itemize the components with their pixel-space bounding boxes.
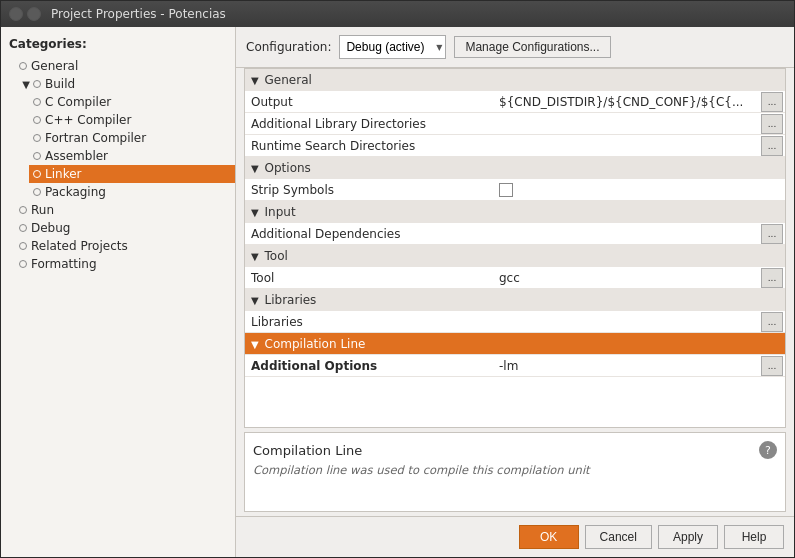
sidebar-item-label: Build [45,77,75,91]
config-select[interactable]: Debug (active) Release [339,35,446,59]
categories-label: Categories: [1,35,235,57]
config-bar: Configuration: Debug (active) Release Ma… [236,27,794,68]
prop-libraries-button[interactable]: ... [761,312,783,332]
prop-add-options-button[interactable]: ... [761,356,783,376]
table-row[interactable]: Tool gcc ... [245,267,785,289]
prop-runtime-dirs-name: Runtime Search Directories [245,137,495,155]
sidebar: Categories: General ▼ Build C Compiler C… [1,27,236,557]
prop-output-value: ${CND_DISTDIR}/${CND_CONF}/${C{... [495,93,761,111]
triangle-icon: ▼ [251,75,259,86]
table-row[interactable]: Additional Options -lm ... [245,355,785,377]
help-button[interactable]: Help [724,525,784,549]
sidebar-item-related-projects[interactable]: Related Projects [15,237,235,255]
sidebar-item-label: Fortran Compiler [45,131,146,145]
titlebar-buttons [9,7,41,21]
table-row[interactable]: Additional Library Directories ... [245,113,785,135]
sidebar-item-run[interactable]: Run [15,201,235,219]
prop-runtime-dirs-button[interactable]: ... [761,136,783,156]
prop-libraries-name: Libraries [245,313,495,331]
sidebar-item-packaging[interactable]: Packaging [29,183,235,201]
leaf-icon [19,206,27,214]
triangle-icon: ▼ [251,339,259,350]
prop-strip-symbols-name: Strip Symbols [245,181,495,199]
section-general[interactable]: ▼ General [245,69,785,91]
main-content: Categories: General ▼ Build C Compiler C… [1,27,794,557]
triangle-icon: ▼ [251,251,259,262]
expand-arrow-icon: ▼ [19,79,33,90]
prop-lib-dirs-button[interactable]: ... [761,114,783,134]
leaf-icon [33,152,41,160]
sidebar-item-formatting[interactable]: Formatting [15,255,235,273]
section-options[interactable]: ▼ Options [245,157,785,179]
leaf-icon [33,116,41,124]
sidebar-item-label: General [31,59,78,73]
prop-output-name: Output [245,93,495,111]
leaf-icon [19,260,27,268]
manage-configurations-button[interactable]: Manage Configurations... [454,36,610,58]
info-title-text: Compilation Line [253,443,362,458]
info-help-button[interactable]: ? [759,441,777,459]
apply-button[interactable]: Apply [658,525,718,549]
sidebar-item-general[interactable]: General [15,57,235,75]
sidebar-item-linker[interactable]: Linker [29,165,235,183]
section-options-label: ▼ Options [245,159,495,177]
prop-add-deps-name: Additional Dependencies [245,225,495,243]
sidebar-item-label: Packaging [45,185,106,199]
triangle-icon: ▼ [251,163,259,174]
sidebar-item-label: Related Projects [31,239,128,253]
prop-tool-value: gcc [495,269,761,287]
info-title: Compilation Line ? [253,441,777,459]
sidebar-item-build[interactable]: ▼ Build [15,75,235,93]
section-compilation-line[interactable]: ▼ Compilation Line [245,333,785,355]
section-libraries[interactable]: ▼ Libraries [245,289,785,311]
prop-lib-dirs-name: Additional Library Directories [245,115,495,133]
triangle-icon: ▼ [251,295,259,306]
table-row[interactable]: Runtime Search Directories ... [245,135,785,157]
sidebar-item-c-compiler[interactable]: C Compiler [29,93,235,111]
leaf-icon [33,134,41,142]
leaf-icon [19,242,27,250]
footer: OK Cancel Apply Help [236,516,794,557]
section-compilation-label: ▼ Compilation Line [245,335,495,353]
config-label: Configuration: [246,40,331,54]
info-panel: Compilation Line ? Compilation line was … [244,432,786,512]
prop-output-button[interactable]: ... [761,92,783,112]
prop-tool-button[interactable]: ... [761,268,783,288]
info-text: Compilation line was used to compile thi… [253,463,777,477]
ok-button[interactable]: OK [519,525,579,549]
sidebar-item-cpp-compiler[interactable]: C++ Compiler [29,111,235,129]
properties-table: ▼ General Output ${CND_DISTDIR}/${CND_CO… [244,68,786,428]
minimize-button[interactable] [27,7,41,21]
close-button[interactable] [9,7,23,21]
prop-add-deps-button[interactable]: ... [761,224,783,244]
sidebar-item-assembler[interactable]: Assembler [29,147,235,165]
section-input[interactable]: ▼ Input [245,201,785,223]
sidebar-item-label: C++ Compiler [45,113,131,127]
right-panel: Configuration: Debug (active) Release Ma… [236,27,794,557]
section-tool-label: ▼ Tool [245,247,495,265]
strip-symbols-checkbox[interactable] [499,183,513,197]
section-general-label: ▼ General [245,71,495,89]
window-title: Project Properties - Potencias [51,7,226,21]
titlebar: Project Properties - Potencias [1,1,794,27]
sidebar-item-debug[interactable]: Debug [15,219,235,237]
prop-libraries-value [495,320,761,324]
sidebar-item-label: Linker [45,167,81,181]
branch-icon [33,80,41,88]
leaf-icon [33,98,41,106]
config-select-wrapper[interactable]: Debug (active) Release [339,35,446,59]
sidebar-item-fortran-compiler[interactable]: Fortran Compiler [29,129,235,147]
table-row[interactable]: Strip Symbols [245,179,785,201]
prop-add-deps-value [495,232,761,236]
prop-runtime-dirs-value [495,144,761,148]
cancel-button[interactable]: Cancel [585,525,652,549]
table-row[interactable]: Additional Dependencies ... [245,223,785,245]
leaf-icon [19,224,27,232]
sidebar-item-label: Formatting [31,257,97,271]
prop-tool-name: Tool [245,269,495,287]
sidebar-item-label: Debug [31,221,70,235]
table-row[interactable]: Libraries ... [245,311,785,333]
sidebar-item-label: Assembler [45,149,108,163]
table-row[interactable]: Output ${CND_DISTDIR}/${CND_CONF}/${C{..… [245,91,785,113]
section-tool[interactable]: ▼ Tool [245,245,785,267]
